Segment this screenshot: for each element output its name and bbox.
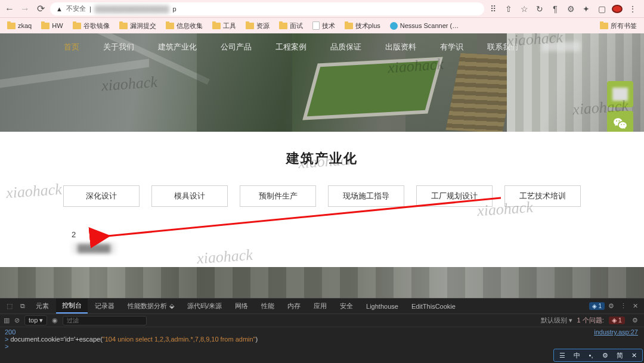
settings-icon[interactable]: ⚙ <box>606 302 617 310</box>
tab-application[interactable]: 应用 <box>308 299 333 314</box>
tab-editthiscookie[interactable]: EditThisCookie <box>405 299 462 314</box>
ime-close-icon[interactable]: ✕ <box>629 352 639 359</box>
console-settings-icon[interactable]: ⚙ <box>630 317 640 324</box>
tab-elements[interactable]: 元素 <box>30 299 55 314</box>
log-level-selector[interactable]: 默认级别 ▾ <box>541 316 572 325</box>
bookmark-item[interactable]: 技术plus <box>341 20 384 32</box>
status-line: 200 <box>5 328 639 336</box>
folder-icon <box>7 23 16 29</box>
nav-publications[interactable]: 出版资料 <box>382 39 420 55</box>
forward-button[interactable]: → <box>19 3 31 15</box>
bookmark-item[interactable]: 面试 <box>275 20 306 32</box>
console-subbar: ▥ ⊘ top ▾ ◉ 默认级别 ▾ 1 个问题: ◈ 1 ⚙ <box>0 314 644 327</box>
more-icon[interactable]: ⋮ <box>618 302 629 310</box>
tab-security[interactable]: 安全 <box>334 299 359 314</box>
nav-products[interactable]: 公司产品 <box>217 39 255 55</box>
bookmark-item[interactable]: 信息收集 <box>162 20 206 32</box>
page-lower-image <box>0 267 644 298</box>
issues-count[interactable]: 1 个问题: <box>577 316 604 325</box>
nav-cases[interactable]: 工程案例 <box>272 39 310 55</box>
nav-industry[interactable]: 建筑产业化 <box>154 39 200 55</box>
folder-icon <box>600 23 608 29</box>
tab-card[interactable]: 预制件生产 <box>240 185 316 207</box>
issues-badge-small[interactable]: ◈ 1 <box>609 317 625 324</box>
bookmark-item[interactable]: 漏洞提交 <box>116 20 160 32</box>
tab-memory[interactable]: 内存 <box>281 299 306 314</box>
all-bookmarks[interactable]: 所有书签 <box>596 20 640 32</box>
injection-result: 2 ██████ <box>72 230 116 254</box>
source-link[interactable]: industry.asp:27 <box>594 328 638 336</box>
bookmark-item[interactable]: zkaq <box>4 21 35 30</box>
nav-home[interactable]: 首页 <box>60 39 83 55</box>
injection-line2-blurred: ██████ <box>72 243 116 254</box>
folder-icon <box>73 23 81 29</box>
tab-card[interactable]: 工厂规划设计 <box>416 185 493 207</box>
menu-icon[interactable]: ⋮ <box>627 4 638 14</box>
ime-settings-icon[interactable]: ⚙ <box>600 352 610 359</box>
devtools-panel: ⬚ ⧉ 元素 控制台 记录器 性能数据分析⬙ 源代码/来源 网络 性能 内存 应… <box>0 298 644 363</box>
live-expr-icon[interactable]: ◉ <box>52 317 58 324</box>
bookmark-item[interactable]: 谷歌镜像 <box>69 20 113 32</box>
record-icon[interactable] <box>612 5 623 13</box>
tab-card[interactable]: 深化设计 <box>63 185 140 207</box>
console-filter-input[interactable] <box>63 316 147 325</box>
sidebar-toggle-icon[interactable]: ▥ <box>4 317 10 324</box>
nav-quality[interactable]: 品质保证 <box>327 39 365 55</box>
window-icon[interactable]: ▢ <box>596 4 607 14</box>
content-section: 建筑产业化 深化设计 模具设计 预制件生产 现场施工指导 工厂规划设计 工艺技术… <box>0 132 644 267</box>
clear-console-icon[interactable]: ⊘ <box>14 317 20 324</box>
tab-network[interactable]: 网络 <box>229 299 254 314</box>
favorite-icon[interactable]: ☆ <box>519 4 530 14</box>
bookmark-item[interactable]: 技术 <box>309 20 339 32</box>
folder-icon <box>345 23 353 29</box>
browser-address-bar: ← → ⟳ ▲ 不安全 | ████████████████ p ⠿ ⇧ ☆ ↻… <box>0 0 644 18</box>
sync-icon[interactable]: ↻ <box>534 4 545 14</box>
nav-about[interactable]: 关于我们 <box>100 39 138 55</box>
tab-console[interactable]: 控制台 <box>56 299 88 314</box>
tab-card[interactable]: 模具设计 <box>151 185 228 207</box>
nav-contact[interactable]: 联系我们 <box>484 39 522 55</box>
float-widget-top[interactable] <box>607 81 633 107</box>
globe-icon[interactable]: ⚙ <box>565 4 576 14</box>
tab-recorder[interactable]: 记录器 <box>89 299 120 314</box>
translate-icon[interactable]: ⠿ <box>488 4 499 14</box>
console-prompt[interactable]: > <box>5 343 8 350</box>
share-icon[interactable]: ⇧ <box>503 4 514 14</box>
injection-line1: 2 <box>72 230 116 239</box>
close-devtools-icon[interactable]: ✕ <box>630 302 640 310</box>
device-toggle-icon[interactable]: ⧉ <box>17 302 29 310</box>
folder-icon <box>279 23 287 29</box>
section-title: 建筑产业化 <box>0 150 644 167</box>
folder-icon <box>212 23 221 29</box>
extensions-icon[interactable]: ✦ <box>581 4 592 14</box>
reload-button[interactable]: ⟳ <box>35 3 47 15</box>
bookmark-item[interactable]: 工具 <box>209 20 240 32</box>
ime-simplified[interactable]: 简 <box>615 351 624 360</box>
tab-sources[interactable]: 源代码/来源 <box>181 299 228 314</box>
issues-badge[interactable]: ◈ 1 <box>589 302 605 310</box>
folder-icon <box>119 23 128 29</box>
context-selector[interactable]: top ▾ <box>24 315 47 325</box>
bookmark-item[interactable]: HW <box>38 21 66 30</box>
ime-menu-icon[interactable]: ☰ <box>558 352 567 359</box>
tab-card[interactable]: 现场施工指导 <box>328 185 404 207</box>
bookmark-item[interactable]: 资源 <box>242 20 273 32</box>
inspect-icon[interactable]: ⬚ <box>4 302 16 310</box>
ime-lang[interactable]: 中 <box>572 351 581 360</box>
para-icon[interactable]: ¶ <box>550 4 561 14</box>
bookmark-nessus[interactable]: Nessus Scanner (… <box>386 21 462 31</box>
console-output[interactable]: industry.asp:27 200 > document.cookie='i… <box>0 327 644 363</box>
not-secure-label: 不安全 <box>66 4 86 13</box>
tab-lighthouse[interactable]: Lighthouse <box>360 299 404 314</box>
tab-performance[interactable]: 性能 <box>255 299 280 314</box>
nav-knowledge[interactable]: 有学识 <box>436 39 467 55</box>
page-viewport: 首页 关于我们 建筑产业化 公司产品 工程案例 品质保证 出版资料 有学识 联系… <box>0 33 644 267</box>
folder-icon <box>166 23 174 29</box>
tab-card[interactable]: 工艺技术培训 <box>504 185 581 207</box>
address-field[interactable]: ▲ 不安全 | ████████████████ p <box>50 2 484 15</box>
ime-toolbar[interactable]: ☰ 中 •, ⚙ 简 ✕ <box>553 349 643 362</box>
ime-punct[interactable]: •, <box>586 352 596 359</box>
back-button[interactable]: ← <box>4 3 16 15</box>
tab-performance-insights[interactable]: 性能数据分析⬙ <box>122 299 180 314</box>
nav-hidden[interactable]: ███████ <box>538 39 584 55</box>
